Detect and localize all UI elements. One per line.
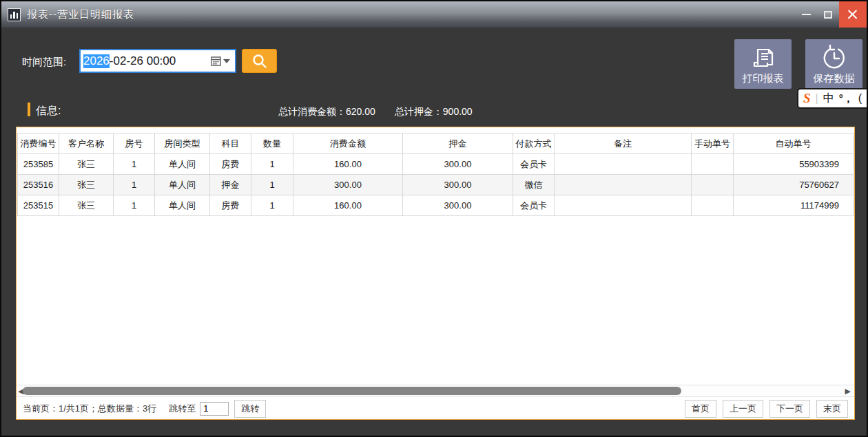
ime-paren[interactable]: ( [858, 92, 862, 105]
column-header: 付款方式 [513, 134, 555, 154]
jump-page-input[interactable] [200, 402, 229, 416]
table-cell: 1 [251, 175, 293, 195]
date-range-input[interactable]: 2026-02-26 00:00 [79, 49, 236, 73]
minimize-icon [802, 14, 811, 15]
table-cell: 160.00 [293, 154, 403, 175]
table-cell: 1 [251, 195, 293, 216]
table-cell: 单人间 [155, 175, 210, 195]
info-section-label: 信息: [36, 104, 61, 118]
table-row[interactable]: 253585张三1单人间房费1160.00300.00会员卡55903399 [18, 154, 854, 175]
table-row[interactable]: 253515张三1单人间房费1160.00300.00会员卡11174999 [18, 195, 854, 216]
table-cell: 1 [114, 175, 155, 195]
horizontal-scrollbar[interactable]: ◀ ▶ [17, 385, 854, 397]
column-header: 消费编号 [18, 134, 59, 154]
total-deposit: 总计押金：900.00 [395, 106, 473, 118]
search-button[interactable] [242, 49, 277, 73]
column-header: 押金 [403, 134, 513, 154]
maximize-icon [824, 11, 832, 19]
close-button[interactable] [839, 1, 867, 28]
table-cell [692, 154, 734, 175]
table-cell: 300.00 [403, 195, 513, 216]
table-cell: 1 [251, 154, 293, 175]
table-cell: 单人间 [155, 195, 210, 216]
chevron-down-icon [223, 59, 230, 63]
first-page-button[interactable]: 首页 [685, 400, 716, 418]
pager-nav-buttons: 首页 上一页 下一页 末页 [679, 400, 848, 418]
table-cell: 房费 [210, 154, 251, 175]
jump-to-label: 跳转至 [169, 403, 196, 415]
column-header: 科目 [210, 134, 251, 154]
table-cell: 11174999 [734, 195, 854, 216]
save-data-button[interactable]: 保存数据 [805, 39, 862, 89]
table-cell: 253515 [18, 195, 59, 216]
print-report-button[interactable]: 打印报表 [734, 39, 792, 89]
search-icon [251, 53, 268, 70]
titlebar: 报表--营业日明细报表 [1, 1, 867, 28]
pagination-bar: 当前页：1/共1页；总数据量：3行 跳转至 跳转 首页 上一页 下一页 末页 [17, 398, 854, 419]
calendar-icon [211, 56, 221, 66]
table-cell: 75760627 [734, 175, 854, 195]
table-cell: 单人间 [155, 154, 210, 175]
ime-punctuation-toggle[interactable]: °， [839, 92, 854, 105]
table-cell: 1 [114, 154, 155, 175]
window-controls [795, 1, 867, 28]
column-header: 备注 [555, 134, 692, 154]
app-window: 报表--营业日明细报表 时间范围: 2026-02-26 00:00 [0, 0, 868, 437]
table-cell: 会员卡 [513, 195, 555, 216]
report-table: 消费编号客户名称房号房间类型科目数量消费金额押金付款方式备注手动单号自动单号 2… [17, 133, 854, 216]
time-range-label: 时间范围: [22, 56, 66, 69]
maximize-button[interactable] [817, 1, 839, 28]
table-cell: 253516 [18, 175, 59, 195]
save-data-label: 保存数据 [814, 72, 855, 85]
printer-icon [734, 44, 792, 72]
table-cell [555, 154, 692, 175]
table-cell [555, 195, 692, 216]
scroll-right-icon[interactable]: ▶ [845, 386, 851, 396]
date-input-rest-text: -02-26 00:00 [110, 54, 176, 68]
minimize-button[interactable] [795, 1, 817, 28]
info-accent-bar [28, 103, 30, 116]
last-page-button[interactable]: 末页 [816, 400, 848, 418]
table-cell: 160.00 [293, 195, 403, 216]
table-cell: 张三 [59, 154, 114, 175]
column-header: 客户名称 [59, 134, 114, 154]
ime-toolbar[interactable]: S | 中 °， ( [797, 88, 868, 109]
totals-summary: 总计消费金额：620.00 总计押金：900.00 [278, 106, 473, 118]
report-panel: 消费编号客户名称房号房间类型科目数量消费金额押金付款方式备注手动单号自动单号 2… [16, 127, 855, 420]
table-cell [692, 195, 734, 216]
print-report-label: 打印报表 [743, 72, 784, 85]
bar-chart-icon [8, 8, 21, 21]
date-input-selected-text: 2026 [83, 54, 110, 68]
table-cell: 300.00 [293, 175, 403, 195]
clock-icon [805, 44, 862, 72]
column-header: 手动单号 [692, 134, 734, 154]
table-cell: 房费 [210, 195, 251, 216]
table-cell: 1 [114, 195, 155, 216]
table-cell [692, 175, 734, 195]
table-cell: 微信 [513, 175, 555, 195]
prev-page-button[interactable]: 上一页 [723, 400, 763, 418]
column-header: 房号 [114, 134, 155, 154]
table-row[interactable]: 253516张三1单人间押金1300.00300.00微信75760627 [18, 175, 854, 195]
page-status-text: 当前页：1/共1页；总数据量：3行 [23, 403, 156, 415]
table-cell: 会员卡 [513, 154, 555, 175]
column-header: 房间类型 [155, 134, 210, 154]
column-header: 消费金额 [293, 134, 403, 154]
table-cell: 押金 [210, 175, 251, 195]
table-cell: 253585 [18, 154, 59, 175]
next-page-button[interactable]: 下一页 [769, 400, 810, 418]
jump-button[interactable]: 跳转 [234, 400, 266, 418]
column-header: 数量 [251, 134, 293, 154]
table-cell: 张三 [59, 175, 114, 195]
column-header: 自动单号 [734, 134, 854, 154]
table-cell: 300.00 [403, 175, 513, 195]
table-header-row: 消费编号客户名称房号房间类型科目数量消费金额押金付款方式备注手动单号自动单号 [18, 134, 854, 154]
table-cell [555, 175, 692, 195]
window-title: 报表--营业日明细报表 [27, 8, 134, 21]
calendar-dropdown[interactable] [211, 56, 230, 66]
scrollbar-thumb[interactable] [23, 387, 681, 395]
ime-mode-chinese[interactable]: 中 [823, 92, 834, 106]
table-cell: 300.00 [403, 154, 513, 175]
ime-separator: | [816, 92, 818, 105]
sogou-logo-icon[interactable]: S [803, 91, 811, 106]
